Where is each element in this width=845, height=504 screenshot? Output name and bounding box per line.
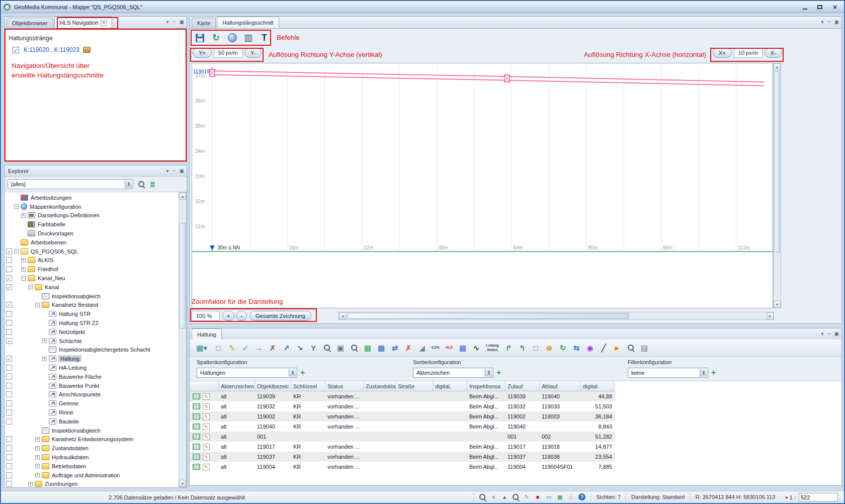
gradient-icon[interactable]: 0,2% xyxy=(430,342,442,354)
minimize-button[interactable] xyxy=(798,3,812,12)
tree-item-darstellungs-definitionen[interactable]: +Darstellungs-Definitionen xyxy=(5,211,179,220)
collapse-icon[interactable]: − xyxy=(35,303,40,307)
tree-checkbox[interactable] xyxy=(6,311,12,317)
column-header-inspektionsa-7[interactable]: Inspektionsa xyxy=(467,381,505,391)
column-header-digital-6[interactable]: digital. xyxy=(433,381,467,391)
tree-checkbox[interactable]: ✓ xyxy=(6,356,12,362)
tree-item-inspektionsabgleichergebnis-schacht[interactable]: +Inspektionsabgleichergebnis Schacht xyxy=(5,346,179,355)
delete-record-icon[interactable]: ✗ xyxy=(267,342,279,354)
tree-item-rinne[interactable]: +Rinne xyxy=(5,408,179,417)
tree-item-mappenkonfiguration[interactable]: −Mappenkonfiguration xyxy=(5,202,179,211)
tree-checkbox[interactable] xyxy=(6,409,12,415)
collapse-icon[interactable]: − xyxy=(21,276,26,281)
tree-checkbox[interactable] xyxy=(6,472,12,478)
spalten-config-dropdown[interactable]: Haltungen ▲▼ xyxy=(197,368,297,378)
tree-checkbox[interactable] xyxy=(6,481,12,487)
expand-icon[interactable]: + xyxy=(35,473,40,477)
tree-checkbox[interactable] xyxy=(6,391,12,397)
show-row-in-map-icon[interactable] xyxy=(193,454,200,460)
expand-icon[interactable]: + xyxy=(42,339,47,343)
tree-item-netzobjekt[interactable]: +Netzobjekt xyxy=(5,327,179,337)
column-header-aktenzeichen-0[interactable]: Aktenzeichen xyxy=(219,381,255,391)
status-measure-icon[interactable]: ✎ xyxy=(523,493,531,501)
status-warning-icon[interactable]: ⚠ xyxy=(567,493,575,501)
edit-row-icon[interactable]: ✎ xyxy=(203,413,210,420)
panel-float-icon[interactable]: ▣ xyxy=(834,331,839,337)
search-icon[interactable] xyxy=(321,342,333,354)
text-annotation-icon[interactable]: T xyxy=(258,31,271,45)
doc-back-icon[interactable]: ↰ xyxy=(516,342,528,354)
table-row[interactable]: ✎alt119032KRvorhanden ...Beim Abgl...119… xyxy=(190,401,615,411)
tree-item-ha-leitung[interactable]: +HA-Leitung xyxy=(5,363,179,372)
show-row-in-map-icon[interactable] xyxy=(193,444,200,450)
x-minus-button[interactable]: X- xyxy=(765,48,782,58)
assign-icon[interactable]: ► xyxy=(611,342,623,354)
new-record-icon[interactable]: □ xyxy=(212,342,224,354)
zoom-out-button[interactable]: - xyxy=(236,311,247,321)
panel-menu-icon[interactable]: ▾ xyxy=(821,331,823,337)
node-upstream-icon[interactable]: ↗ xyxy=(280,342,292,354)
expand-icon[interactable]: + xyxy=(35,455,40,460)
copy-record-icon[interactable]: ▣ xyxy=(334,342,347,354)
tree-item-hydraulikdaten[interactable]: +Hydraulikdaten xyxy=(5,453,179,462)
table-row[interactable]: ✎alt119039KRvorhanden ...Beim Abgl...119… xyxy=(190,391,615,401)
tree-item-bauwerke-punkt[interactable]: +Bauwerke Punkt xyxy=(5,381,179,390)
tree-item-inspektionsabgleich[interactable]: +Inspektionsabgleich xyxy=(5,292,179,301)
column-header-ablauf-9[interactable]: Ablauf xyxy=(540,381,581,391)
update-icon[interactable]: ↻ xyxy=(557,342,569,354)
tree-item-haltung-str[interactable]: +Haltung STR xyxy=(5,309,179,318)
filter-dropdown[interactable]: [alles] ▲▼ xyxy=(8,179,133,189)
column-header-status-3[interactable]: Status xyxy=(325,381,364,391)
explorer-scrollbar[interactable]: ▲ ▼ xyxy=(179,192,187,487)
status-help-icon[interactable]: ? xyxy=(578,493,586,501)
delete-selection-icon[interactable]: ✗ xyxy=(402,342,414,354)
zoom-to-record-icon[interactable] xyxy=(348,342,360,354)
status-zoom-icon[interactable] xyxy=(512,493,520,501)
status-north-icon[interactable]: ▲ xyxy=(500,493,509,501)
doc-forward-icon[interactable]: ↱ xyxy=(502,342,515,354)
tree-checkbox[interactable] xyxy=(6,320,12,326)
show-row-in-map-icon[interactable] xyxy=(193,403,200,409)
edit-record-icon[interactable]: ✎ xyxy=(226,342,238,354)
panel-minimize-icon[interactable]: ─ xyxy=(172,19,176,25)
strand-checkbox[interactable]: ✓ xyxy=(13,47,19,53)
edit-row-icon[interactable]: ✎ xyxy=(203,464,210,470)
tree-item-farbtabelle[interactable]: +Farbtabelle xyxy=(5,220,179,229)
expand-icon[interactable]: + xyxy=(21,258,26,263)
edit-row-icon[interactable]: ✎ xyxy=(203,434,210,440)
spinner-icon[interactable]: ▲▼ xyxy=(289,369,296,377)
chart-horizontal-scrollbar[interactable]: ◄ ► xyxy=(339,312,774,320)
edit-row-icon[interactable]: ✎ xyxy=(203,393,210,400)
tree-checkbox[interactable] xyxy=(6,365,12,371)
column-header-schl-ssel-2[interactable]: Schlüssel xyxy=(291,381,325,391)
x-plus-button[interactable]: X+ xyxy=(713,48,732,58)
tree-checkbox[interactable] xyxy=(6,266,12,272)
slope-icon[interactable]: ◢ xyxy=(416,342,428,354)
mirror-direction-icon[interactable]: ⇄ xyxy=(389,342,401,354)
profile-curve-icon[interactable]: ∿ xyxy=(470,342,482,354)
tree-checkbox[interactable] xyxy=(6,400,12,406)
add-sort-config-icon[interactable]: + xyxy=(496,369,501,377)
tree-item-arbeitsebenen[interactable]: +Arbeitsebenen xyxy=(5,238,179,247)
expand-icon[interactable]: + xyxy=(42,357,47,361)
tree-item-anschlusspunkte[interactable]: +Anschlusspunkte xyxy=(5,390,179,399)
tree-checkbox[interactable]: ✓ xyxy=(6,275,12,281)
tree-checkbox[interactable] xyxy=(6,374,12,380)
scale-input[interactable] xyxy=(799,493,838,501)
tree-item-friedhof[interactable]: +Friedhof xyxy=(5,265,179,274)
column-header-zustandskla-4[interactable]: Zustandskla xyxy=(364,381,396,391)
tab-karte[interactable]: Karte xyxy=(192,18,216,28)
show-row-in-map-icon[interactable] xyxy=(193,393,200,399)
table-row[interactable]: ✎alt119037KRvorhanden ...Beim Abgl...119… xyxy=(190,452,615,462)
record-picker-icon[interactable]: ▦▾ xyxy=(193,342,211,354)
status-legend-icon[interactable]: ≡ xyxy=(489,493,497,501)
tab-objektbrowser[interactable]: Objektbrowser xyxy=(7,18,53,28)
tree-checkbox[interactable]: ✓ xyxy=(6,248,12,255)
resolution-icon[interactable]: ▥ xyxy=(241,31,255,45)
link-objects-icon[interactable]: ◉ xyxy=(584,342,596,354)
strand-zoom-icon[interactable] xyxy=(83,47,91,53)
column-header-zulauf-8[interactable]: Zulauf xyxy=(505,381,540,391)
filter-config-dropdown[interactable]: keine ▲▼ xyxy=(628,368,708,378)
fit-drawing-button[interactable]: Gesamte Zeichnung xyxy=(249,311,311,321)
tree-checkbox[interactable] xyxy=(6,418,12,425)
